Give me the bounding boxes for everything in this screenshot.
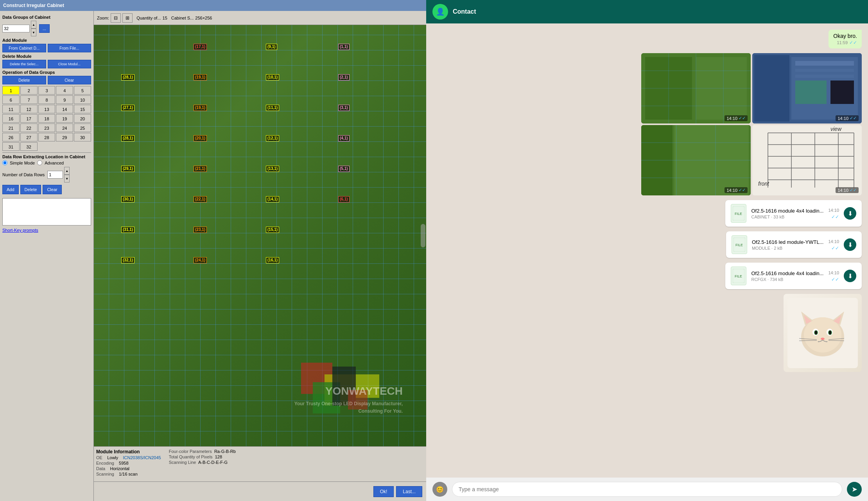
rows-spin-down[interactable]: ▼ [64, 175, 70, 183]
num-cell-31[interactable]: 31 [2, 142, 20, 151]
num-cell-14[interactable]: 14 [56, 105, 73, 113]
scanning-value: 1/16 scan [119, 472, 138, 476]
from-file-btn[interactable]: From File... [48, 44, 91, 52]
num-cell-28[interactable]: 28 [38, 133, 56, 141]
num-cell-16[interactable]: 16 [2, 114, 20, 123]
close-module-btn[interactable]: Close Modul... [48, 60, 91, 68]
advanced-radio[interactable] [37, 160, 42, 165]
num-cell-25[interactable]: 25 [74, 123, 91, 132]
num-cell-4[interactable]: 4 [56, 86, 73, 95]
file-attachment-3[interactable]: FILE Of2.5-1616 module 4x4 loadin... RCF… [725, 263, 862, 289]
file-attachment-1[interactable]: FILE Of2.5-1616 module 4x4 loadin... CAB… [725, 200, 862, 227]
num-cell-24[interactable]: 24 [56, 123, 73, 132]
grid-label-11: (1,1) [338, 44, 350, 50]
num-cell-5[interactable]: 5 [74, 86, 91, 95]
check-icon: ✓✓ [849, 40, 857, 45]
operation-delete-btn[interactable]: Delete [2, 76, 46, 84]
canvas-area: Zoom: ⊟ ⊞ Quantity of... 15 Cabinet S...… [94, 11, 426, 501]
num-cell-20[interactable]: 20 [74, 114, 91, 123]
total-pixels-label: Total Quantity of Pixels [169, 454, 213, 459]
chat-input-bar: 😊 ➤ [426, 478, 868, 501]
cat-image [784, 294, 862, 372]
file-attachment-2[interactable]: FILE Of2.5-1616 led module-YWTL... MODUL… [726, 231, 862, 258]
app-title: Construct Irregular Cabinet [3, 3, 64, 8]
grid-label-201: (20,1) [194, 135, 207, 141]
module-info-title: Module Information [96, 449, 161, 454]
data-groups-input[interactable] [2, 25, 30, 32]
spin-down-btn[interactable]: ▼ [31, 29, 36, 36]
num-cell-1[interactable]: 1 [2, 86, 20, 95]
delete-action-btn[interactable]: Delete [20, 185, 41, 194]
num-cell-8[interactable]: 8 [38, 95, 56, 104]
num-data-rows-input[interactable] [47, 171, 63, 179]
download-btn-2[interactable]: ⬇ [844, 238, 856, 251]
grid-label-61: (6,1) [338, 196, 350, 202]
num-cell-6[interactable]: 6 [2, 95, 20, 104]
image-thumb-2[interactable]: 14:10 ✓✓ [752, 53, 862, 123]
delete-by-select-btn[interactable]: Delete the Selec... [2, 60, 46, 68]
image-thumb-1[interactable]: 14:10 ✓✓ [641, 53, 751, 123]
num-cell-9[interactable]: 9 [56, 95, 73, 104]
num-cell-30[interactable]: 30 [74, 133, 91, 141]
simple-mode-radio[interactable] [2, 160, 7, 165]
from-cabinet-btn[interactable]: From Cabinet D... [2, 44, 46, 52]
num-cell-29[interactable]: 29 [56, 133, 73, 141]
svg-text:view: view [830, 126, 842, 132]
num-cell-32[interactable]: 32 [20, 142, 38, 151]
grid-label-101: (10,1) [266, 74, 279, 81]
num-cell-13[interactable]: 13 [38, 105, 56, 113]
add-action-btn[interactable]: Add [2, 185, 19, 194]
download-btn-1[interactable]: ⬇ [844, 207, 856, 220]
spin-up-btn[interactable]: ▲ [31, 21, 36, 29]
file-check-3: ✓✓ [831, 277, 839, 282]
notes-textarea[interactable] [2, 198, 91, 225]
total-pixels-value: 128 [215, 454, 222, 459]
file-meta-1: CABINET · 33 kB [751, 215, 823, 219]
emoji-btn[interactable]: 😊 [432, 482, 447, 497]
title-bar: Construct Irregular Cabinet [0, 0, 426, 11]
num-cell-19[interactable]: 19 [56, 114, 73, 123]
num-cell-3[interactable]: 3 [38, 86, 56, 95]
image-grid[interactable]: 14:10 ✓✓ [641, 53, 862, 195]
image-thumb-4[interactable]: front view 14:10 ✓✓ [752, 125, 862, 195]
num-cell-21[interactable]: 21 [2, 123, 20, 132]
num-cell-2[interactable]: 2 [20, 86, 38, 95]
image-thumb-3[interactable]: 14:10 ✓✓ [641, 125, 751, 195]
file-meta-3: RCFGX · 734 kB [751, 277, 823, 282]
num-cell-26[interactable]: 26 [2, 133, 20, 141]
chat-input[interactable] [452, 482, 842, 497]
zoom-in-btn[interactable]: ⊞ [122, 13, 133, 23]
num-cell-12[interactable]: 12 [20, 105, 38, 113]
num-cell-7[interactable]: 7 [20, 95, 38, 104]
file-info-1: Of2.5-1616 module 4x4 loadin... CABINET … [751, 208, 823, 219]
svg-rect-20 [795, 75, 854, 78]
num-cell-23[interactable]: 23 [38, 123, 56, 132]
main-canvas[interactable]: (17,1)(9,1)(1,1)(28,1)(19,1)(10,1)(2,1)(… [94, 25, 426, 446]
num-cell-27[interactable]: 27 [20, 133, 38, 141]
data-value: Horizontal [110, 466, 129, 471]
download-btn-3[interactable]: ⬇ [844, 270, 856, 282]
apply-btn[interactable]: ... [39, 24, 50, 33]
file-time-2: 14:10 [828, 239, 839, 244]
file-info-3: Of2.5-1616 module 4x4 loadin... RCFGX · … [751, 270, 823, 282]
ok-btn[interactable]: Ok! [373, 486, 394, 497]
last-btn[interactable]: Last... [396, 486, 422, 497]
num-cell-15[interactable]: 15 [74, 105, 91, 113]
num-cell-17[interactable]: 17 [20, 114, 38, 123]
zoom-out-btn[interactable]: ⊟ [111, 13, 121, 23]
grid-label-231: (23,1) [194, 227, 207, 233]
num-cell-22[interactable]: 22 [20, 123, 38, 132]
num-cell-10[interactable]: 10 [74, 95, 91, 104]
clear-action-btn[interactable]: Clear [43, 185, 61, 194]
scanning-line-label: Scanning Line [169, 460, 196, 465]
num-cell-11[interactable]: 11 [2, 105, 20, 113]
grid-label-131: (13,1) [266, 166, 279, 172]
send-btn[interactable]: ➤ [847, 482, 862, 497]
scroll-thumb[interactable] [421, 224, 425, 247]
operation-clear-btn[interactable]: Clear [48, 76, 91, 84]
short-key-link[interactable]: Short-Key prompts [2, 228, 38, 233]
oe-code: ICN2038S/ICN2045 [123, 455, 161, 460]
rows-spin-up[interactable]: ▲ [64, 167, 70, 175]
num-cell-18[interactable]: 18 [38, 114, 56, 123]
file-icon-2: FILE [732, 235, 747, 254]
